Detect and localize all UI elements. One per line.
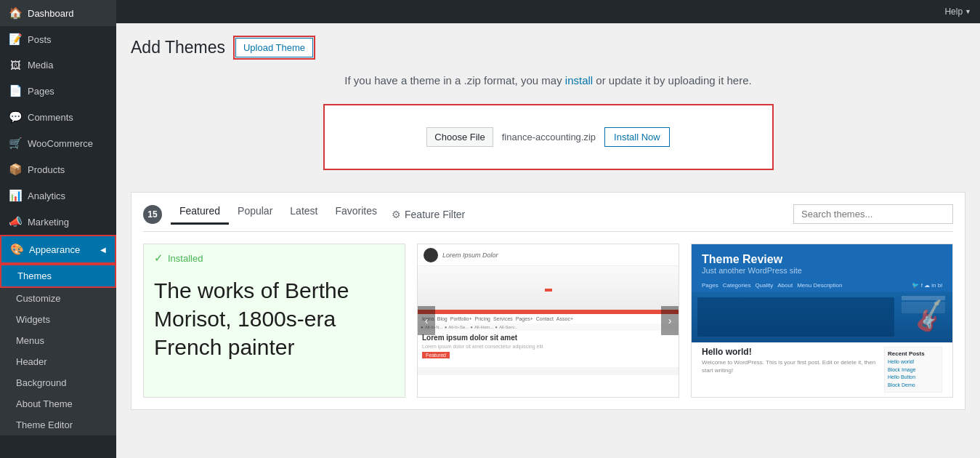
submenu-item-menus[interactable]: Menus: [0, 330, 116, 351]
topbar: Help ▼: [116, 0, 980, 23]
install-now-button[interactable]: Install Now: [604, 127, 670, 147]
theme-review-title: Theme Review: [702, 253, 942, 266]
comments-icon: 💬: [9, 111, 22, 124]
slider-prev-button[interactable]: ‹: [418, 306, 435, 335]
submenu-item-widgets[interactable]: Widgets: [0, 309, 116, 330]
main-content: Help ▼ Add Themes Upload Theme If you ha…: [116, 0, 980, 458]
mock-site-nav: IconsBlogPortfolio+PricingServicesPages+…: [418, 314, 679, 324]
recent-posts-sidebar: Recent Posts Hello world! Block Image He…: [884, 347, 942, 393]
recent-post-1: Hello world!: [888, 358, 939, 366]
help-arrow-icon: ▼: [965, 8, 971, 15]
submenu-item-about-theme[interactable]: About Theme: [0, 393, 116, 414]
pages-icon: 📄: [9, 84, 22, 97]
products-icon: 📦: [9, 163, 22, 176]
slider-content: Lorem Ipsum Dolor IconsBlogPortfolio+Pri…: [418, 244, 679, 375]
feature-filter[interactable]: ⚙ Feature Filter: [392, 209, 465, 220]
selected-file-name: finance-accounting.zip: [502, 132, 596, 142]
slider-next-button[interactable]: ›: [661, 306, 679, 335]
tab-favorites[interactable]: Favorites: [326, 205, 386, 224]
upload-theme-button[interactable]: Upload Theme: [235, 38, 313, 57]
submenu-item-themes[interactable]: Themes: [0, 264, 116, 288]
theme-card-slider: Lorem Ipsum Dolor IconsBlogPortfolio+Pri…: [417, 244, 679, 398]
submenu-item-customize[interactable]: Customize: [0, 288, 116, 309]
theme-review-nav: PagesCategoriesQualityAboutMenu Descript…: [692, 279, 952, 292]
theme-card-berthe-morisot: ✓ Installed The works of Berthe Morisot,…: [143, 244, 405, 398]
sidebar: 🏠 Dashboard 📝 Posts 🖼 Media 📄 Pages 💬 Co…: [0, 0, 116, 458]
recent-post-3: Hello Button: [888, 374, 939, 382]
search-themes-input[interactable]: [793, 204, 953, 224]
sidebar-item-appearance[interactable]: 🎨 Appearance ◀: [0, 235, 116, 264]
analytics-icon: 📊: [9, 189, 22, 202]
sidebar-item-media[interactable]: 🖼 Media: [0, 52, 116, 78]
sidebar-item-woocommerce[interactable]: 🛒 WooCommerce: [0, 130, 116, 156]
dashboard-icon: 🏠: [9, 7, 22, 20]
checkmark-icon: ✓: [154, 252, 163, 265]
sidebar-item-analytics[interactable]: 📊 Analytics: [0, 182, 116, 209]
appearance-icon: 🎨: [10, 243, 23, 256]
submenu-item-background[interactable]: Background: [0, 372, 116, 393]
sidebar-item-dashboard[interactable]: 🏠 Dashboard: [0, 0, 116, 26]
theme-cards: ✓ Installed The works of Berthe Morisot,…: [143, 244, 953, 398]
gear-icon: ⚙: [392, 209, 401, 220]
appearance-arrow-icon: ◀: [100, 246, 106, 254]
themes-section: 15 Featured Popular Latest Favorites ⚙ F…: [131, 192, 965, 410]
submenu-item-theme-editor[interactable]: Theme Editor: [0, 414, 116, 435]
help-button[interactable]: Help ▼: [944, 7, 971, 17]
appearance-submenu: Themes Customize Widgets Menus Header Ba…: [0, 264, 116, 435]
recent-post-2: Block Image: [888, 366, 939, 374]
mock-site-top: Lorem Ipsum Dolor: [418, 244, 679, 266]
theme-count-badge: 15: [143, 205, 162, 224]
posts-icon: 📝: [9, 33, 22, 46]
sidebar-item-posts[interactable]: 📝 Posts: [0, 26, 116, 52]
guitar-hero-image: 🎸: [692, 292, 952, 342]
theme-review-subtitle: Just another WordPress site: [702, 266, 942, 275]
choose-file-button[interactable]: Choose File: [426, 127, 493, 147]
theme-review-header: Theme Review Just another WordPress site: [692, 244, 952, 279]
tab-latest[interactable]: Latest: [281, 205, 326, 224]
upload-box: Choose File finance-accounting.zip Insta…: [323, 104, 774, 170]
media-icon: 🖼: [9, 59, 22, 71]
sidebar-item-products[interactable]: 📦 Products: [0, 156, 116, 182]
page-title: Add Themes: [131, 38, 225, 57]
sidebar-item-comments[interactable]: 💬 Comments: [0, 104, 116, 130]
woocommerce-icon: 🛒: [9, 137, 22, 150]
submenu-item-header[interactable]: Header: [0, 351, 116, 372]
info-text: If you have a theme in a .zip format, yo…: [131, 72, 965, 89]
mock-site-footer: ●All-In-N...●All-In-Se...●All-Hom...●All…: [418, 324, 679, 331]
tab-featured[interactable]: Featured: [171, 205, 229, 224]
recent-post-4: Block Demo: [888, 382, 939, 390]
install-link[interactable]: install: [565, 74, 593, 87]
theme-card-review: Theme Review Just another WordPress site…: [691, 244, 953, 398]
mock-site-body: Lorem ipsum dolor sit amet Lorem ipsum d…: [418, 331, 679, 367]
sidebar-item-marketing[interactable]: 📣 Marketing: [0, 209, 116, 235]
mock-site-hero: [418, 266, 679, 310]
tab-popular[interactable]: Popular: [229, 205, 281, 224]
installed-badge: ✓ Installed: [144, 244, 405, 270]
marketing-icon: 📣: [9, 215, 22, 228]
page-header: Add Themes Upload Theme: [131, 38, 965, 57]
sidebar-item-pages[interactable]: 📄 Pages: [0, 78, 116, 104]
theme-card-title: The works of Berthe Morisot, 1800s-era F…: [144, 270, 405, 371]
themes-tabs: 15 Featured Popular Latest Favorites ⚙ F…: [143, 204, 953, 232]
content-area: Add Themes Upload Theme If you have a th…: [116, 23, 980, 458]
theme-review-content: Recent Posts Hello world! Block Image He…: [692, 342, 952, 397]
